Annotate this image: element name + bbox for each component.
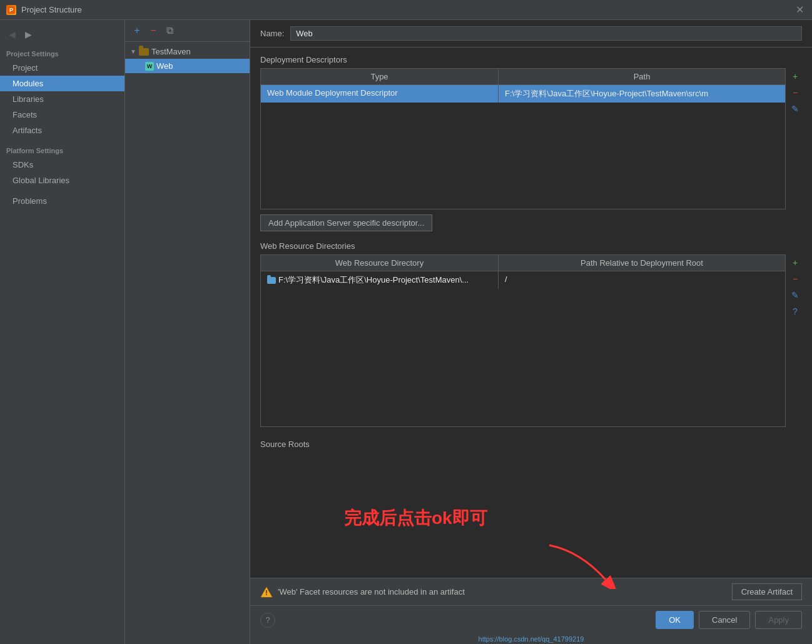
wrd-column-header: Web Resource Directory: [261, 255, 499, 271]
warning-bar: ! 'Web' Facet resources are not included…: [250, 578, 812, 605]
deployment-descriptors-section: Deployment Descriptors Type Path Web Mod…: [260, 55, 802, 231]
web-resource-directories-title: Web Resource Directories: [260, 241, 802, 251]
close-button[interactable]: ✕: [793, 4, 806, 16]
wrd-empty-area: [261, 289, 785, 426]
bottom-left: ?: [260, 613, 275, 628]
tree-toolbar: + − ⧉: [125, 20, 250, 42]
svg-text:P: P: [9, 7, 13, 13]
window-title: Project Structure: [21, 5, 82, 14]
apply-button[interactable]: Apply: [755, 611, 802, 629]
wrd-row[interactable]: F:\学习资料\Java工作区\Hoyue-Project\TestMaven\…: [261, 271, 785, 289]
add-icon: +: [134, 25, 140, 36]
wrd-table: Web Resource Directory Path Relative to …: [260, 254, 786, 427]
content-body: Deployment Descriptors Type Path Web Mod…: [250, 48, 812, 578]
project-settings-header: Project Settings: [0, 46, 124, 60]
sidebar-item-global-libraries[interactable]: Global Libraries: [0, 173, 124, 188]
name-row: Name:: [250, 20, 812, 48]
web-resource-directories-section: Web Resource Directories Web Resource Di…: [260, 241, 802, 427]
warning-icon: !: [260, 586, 273, 598]
remove-module-button[interactable]: −: [146, 24, 160, 38]
main-layout: ◀ ▶ Project Settings Project Modules Lib…: [0, 20, 812, 644]
sidebar-item-artifacts[interactable]: Artifacts: [0, 123, 124, 138]
descriptor-row[interactable]: Web Module Deployment Descriptor F:\学习资料…: [261, 85, 785, 103]
add-descriptor-button[interactable]: +: [788, 69, 802, 83]
module-name: Web: [156, 61, 173, 71]
app-icon: P: [6, 5, 16, 15]
forward-button[interactable]: ▶: [21, 28, 35, 41]
remove-wrd-button[interactable]: −: [788, 272, 802, 286]
sidebar-item-facets[interactable]: Facets: [0, 107, 124, 123]
web-module-icon: W: [145, 62, 154, 71]
project-name: TestMaven: [151, 47, 191, 56]
sidebar-item-sdks[interactable]: SDKs: [0, 157, 124, 173]
nav-buttons: ◀ ▶: [0, 25, 124, 46]
descriptor-side-actions: + − ✎: [788, 68, 802, 116]
edit-descriptor-button[interactable]: ✎: [788, 102, 802, 116]
add-wrd-button[interactable]: +: [788, 256, 802, 269]
type-column-header: Type: [261, 69, 499, 84]
deployment-descriptors-table-container: Type Path Web Module Deployment Descript…: [260, 68, 802, 209]
tree-module-item[interactable]: W Web: [125, 59, 250, 73]
sidebar-divider: [0, 138, 124, 143]
wrd-path-text: F:\学习资料\Java工作区\Hoyue-Project\TestMaven\…: [278, 274, 469, 286]
url-text: https://blog.csdn.net/qq_41799219: [250, 634, 812, 644]
deployment-descriptors-table: Type Path Web Module Deployment Descript…: [260, 68, 786, 209]
title-bar-left: P Project Structure: [6, 5, 82, 15]
project-folder-icon: [139, 48, 149, 56]
source-roots-section: Source Roots: [260, 440, 802, 453]
help-wrd-button[interactable]: ?: [788, 304, 802, 318]
back-button[interactable]: ◀: [5, 28, 19, 41]
sidebar-divider-2: [0, 188, 124, 193]
relative-column-header: Path Relative to Deployment Root: [499, 255, 785, 271]
sidebar: ◀ ▶ Project Settings Project Modules Lib…: [0, 20, 125, 644]
minus-icon: −: [150, 25, 156, 36]
wrd-header: Web Resource Directory Path Relative to …: [261, 255, 785, 271]
ok-button[interactable]: OK: [656, 611, 694, 629]
title-bar: P Project Structure ✕: [0, 0, 812, 20]
warning-left: ! 'Web' Facet resources are not included…: [260, 586, 465, 598]
wrd-side-actions: + − ✎ ?: [788, 254, 802, 318]
sidebar-item-modules[interactable]: Modules: [0, 76, 124, 91]
wrd-folder-icon: [267, 277, 276, 284]
deployment-descriptors-title: Deployment Descriptors: [260, 55, 802, 64]
platform-settings-header: Platform Settings: [0, 143, 124, 157]
descriptor-type-cell: Web Module Deployment Descriptor: [261, 85, 499, 103]
expand-arrow: ▼: [130, 48, 136, 55]
help-button[interactable]: ?: [260, 613, 275, 628]
module-tree: ▼ TestMaven W Web: [125, 42, 250, 644]
sidebar-item-problems[interactable]: Problems: [0, 193, 124, 209]
name-input[interactable]: [290, 26, 802, 41]
name-label: Name:: [260, 29, 284, 38]
add-app-server-descriptor-button[interactable]: Add Application Server specific descript…: [260, 214, 432, 231]
sidebar-item-libraries[interactable]: Libraries: [0, 91, 124, 107]
wrd-path-cell: F:\学习资料\Java工作区\Hoyue-Project\TestMaven\…: [261, 271, 499, 289]
cancel-button[interactable]: Cancel: [699, 611, 750, 629]
bottom-right: OK Cancel Apply: [656, 611, 802, 629]
descriptor-path-cell: F:\学习资料\Java工作区\Hoyue-Project\TestMaven\…: [499, 85, 785, 103]
path-column-header: Path: [499, 69, 785, 84]
copy-module-button[interactable]: ⧉: [163, 24, 176, 38]
add-module-button[interactable]: +: [130, 24, 144, 38]
wrd-relative-cell: /: [499, 271, 785, 289]
wrd-table-container: Web Resource Directory Path Relative to …: [260, 254, 802, 427]
warning-text: 'Web' Facet resources are not included i…: [278, 587, 465, 596]
svg-text:!: !: [265, 590, 267, 596]
remove-descriptor-button[interactable]: −: [788, 86, 802, 99]
tree-panel: + − ⧉ ▼ TestMaven W Web: [125, 20, 250, 644]
tree-project-item[interactable]: ▼ TestMaven: [125, 44, 250, 59]
copy-icon: ⧉: [166, 25, 173, 36]
deployment-descriptors-header: Type Path: [261, 69, 785, 85]
content-panel: Name: Deployment Descriptors Type Path W…: [250, 20, 812, 644]
edit-wrd-button[interactable]: ✎: [788, 288, 802, 302]
source-roots-title: Source Roots: [260, 440, 802, 449]
descriptor-empty-area: [261, 103, 785, 209]
create-artifact-button[interactable]: Create Artifact: [732, 583, 802, 600]
bottom-bar: ? OK Cancel Apply: [250, 605, 812, 634]
sidebar-item-project[interactable]: Project: [0, 60, 124, 76]
